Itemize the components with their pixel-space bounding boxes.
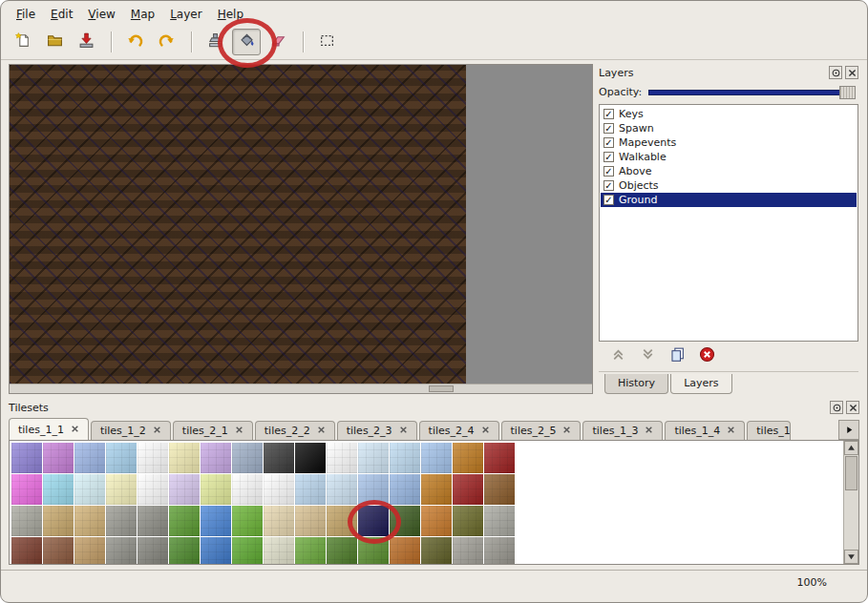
tile-swatch[interactable] [11,474,42,505]
tab-close-icon[interactable] [562,425,571,437]
tile-swatch[interactable] [232,474,263,505]
tile-swatch[interactable] [327,443,357,473]
menu-view[interactable]: View [80,6,122,23]
tile-swatch[interactable] [138,474,168,505]
tile-swatch[interactable] [453,443,483,473]
tileset-tab-tiles_2_5[interactable]: tiles_2_5 [501,421,582,440]
menu-map[interactable]: Map [123,6,162,23]
menu-file[interactable]: File [9,6,43,23]
layer-row[interactable]: ✓Ground [601,193,857,207]
tile-swatch[interactable] [232,506,263,536]
redo-button[interactable] [152,29,180,55]
tile-swatch[interactable] [390,474,420,505]
tile-swatch[interactable] [74,474,105,505]
layer-visibility-checkbox[interactable]: ✓ [603,180,614,191]
tab-close-icon[interactable] [317,425,326,437]
tile-swatch[interactable] [138,443,168,473]
duplicate-layer-button[interactable] [667,347,687,364]
scrollbar-thumb[interactable] [429,385,454,392]
new-button[interactable] [9,29,37,55]
tileset-vertical-scrollbar[interactable] [843,441,858,564]
tile-swatch[interactable] [201,443,231,473]
tab-close-icon[interactable] [71,424,79,436]
tile-swatch[interactable] [106,506,137,536]
eraser-tool-button[interactable] [264,29,292,55]
tile-swatch[interactable] [106,443,137,473]
panel-float-button[interactable] [830,401,843,414]
tile-swatch[interactable] [390,443,420,473]
tile-swatch[interactable] [484,474,515,505]
layer-visibility-checkbox[interactable]: ✓ [603,137,614,148]
tile-swatch[interactable] [327,506,357,536]
tile-swatch[interactable] [169,443,200,473]
stamp-tool-button[interactable] [201,29,229,55]
tileset-tab-tiles_2_2[interactable]: tiles_2_2 [255,421,335,440]
tile-swatch[interactable] [453,506,483,536]
tileset-tab-tiles_1_3[interactable]: tiles_1_3 [582,421,663,440]
tile-swatch[interactable] [138,537,168,565]
delete-layer-button[interactable] [697,347,716,364]
panel-float-button[interactable] [829,66,842,79]
tab-close-icon[interactable] [399,425,408,437]
tile-swatch[interactable] [390,506,420,536]
tab-history[interactable]: History [604,374,668,394]
select-tool-button[interactable] [312,29,341,55]
tile-swatch[interactable] [169,506,200,536]
panel-close-button[interactable] [846,401,859,414]
tile-swatch[interactable] [295,506,326,536]
tile-swatch[interactable] [43,506,74,536]
scroll-down-button[interactable] [844,550,858,564]
tile-swatch[interactable] [421,537,452,565]
menu-help[interactable]: Help [210,6,251,23]
tile-swatch[interactable] [453,474,483,505]
layer-row[interactable]: ✓Objects [601,178,857,193]
map-canvas[interactable] [10,65,466,384]
tile-swatch[interactable] [484,443,515,473]
layer-visibility-checkbox[interactable]: ✓ [603,166,614,177]
tile-swatch[interactable] [43,474,74,505]
tile-swatch[interactable] [358,474,389,505]
tileset-tab-tiles_1_1[interactable]: tiles_1_1 [9,418,89,440]
tile-swatch[interactable] [43,443,74,473]
tab-scroll-right-button[interactable] [838,420,859,440]
tile-swatch[interactable] [327,537,357,565]
tab-close-icon[interactable] [235,425,243,437]
open-button[interactable] [40,29,69,55]
tile-swatch[interactable] [421,443,452,473]
tab-close-icon[interactable] [645,425,653,437]
tile-swatch[interactable] [138,506,168,536]
tile-swatch[interactable] [295,474,326,505]
tileset-tab-tiles_2_3[interactable]: tiles_2_3 [337,421,417,440]
tile-swatch[interactable] [484,506,515,536]
tile-swatch[interactable] [264,506,294,536]
layer-row[interactable]: ✓Mapevents [601,135,857,150]
tileset-tab-tiles_1_4[interactable]: tiles_1_4 [665,421,745,440]
tileset-tab-tiles_2_4[interactable]: tiles_2_4 [419,421,499,440]
tileset-tab-tiles_1_2[interactable]: tiles_1_2 [91,421,171,440]
tile-swatch[interactable] [11,443,42,473]
menu-edit[interactable]: Edit [43,6,80,23]
tile-swatch[interactable] [232,443,263,473]
opacity-slider[interactable] [648,90,856,95]
tile-swatch-circled[interactable] [358,506,389,536]
tile-swatch[interactable] [11,506,42,536]
map-horizontal-scrollbar[interactable] [10,384,592,393]
layer-visibility-checkbox[interactable]: ✓ [603,123,614,134]
save-button[interactable] [72,29,100,55]
tile-swatch[interactable] [358,537,389,565]
scroll-up-button[interactable] [844,441,858,455]
tile-swatch[interactable] [421,474,452,505]
tile-swatch[interactable] [169,537,200,565]
layer-row[interactable]: ✓Keys [601,107,857,121]
tile-swatch[interactable] [484,537,515,565]
tab-close-icon[interactable] [153,425,161,437]
tile-swatch[interactable] [358,443,389,473]
layer-row[interactable]: ✓Above [601,164,857,178]
layer-visibility-checkbox[interactable]: ✓ [603,109,614,119]
layer-row[interactable]: ✓Walkable [601,150,857,164]
tile-swatch[interactable] [201,537,231,565]
tile-swatch[interactable] [74,506,105,536]
tile-swatch[interactable] [169,474,200,505]
tile-swatch[interactable] [264,443,294,473]
tile-swatch[interactable] [106,537,137,565]
